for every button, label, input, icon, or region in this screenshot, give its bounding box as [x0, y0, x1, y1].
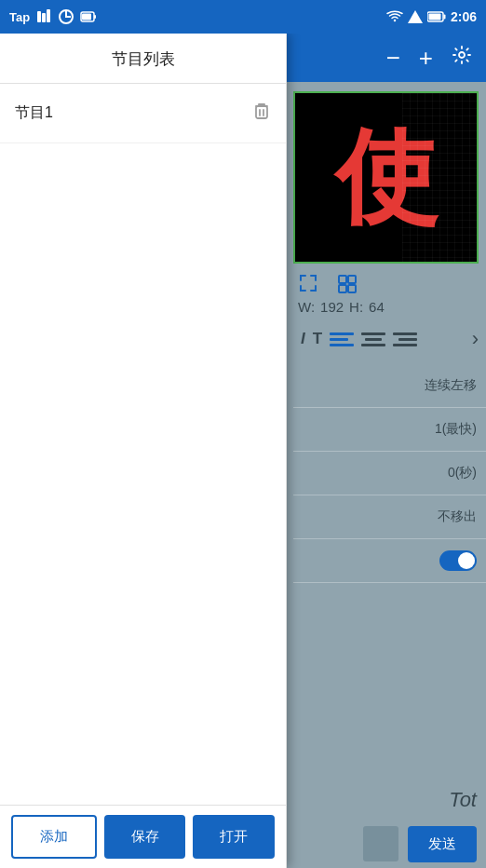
setting-item-0: 连续左移 — [293, 364, 486, 408]
w-label: W: — [298, 299, 315, 315]
svg-rect-14 — [348, 276, 356, 283]
more-tools-chevron[interactable]: › — [472, 327, 479, 351]
svg-rect-13 — [339, 276, 346, 283]
list-item: 节目1 — [0, 84, 286, 143]
setting-item-3: 不移出 — [293, 495, 486, 539]
svg-marker-7 — [408, 10, 423, 23]
setting-label-1: 1(最快) — [435, 421, 477, 438]
status-left: Tap — [9, 8, 97, 25]
svg-rect-16 — [348, 285, 356, 292]
svg-rect-0 — [37, 11, 41, 22]
setting-item-1: 1(最快) — [293, 408, 486, 452]
view-icons-row — [298, 273, 358, 298]
led-grid-overlay — [402, 93, 477, 264]
time-display: 2:06 — [451, 9, 477, 24]
list-item-label-0: 节目1 — [15, 103, 53, 123]
dimensions-row: W: 192 H: 64 — [298, 299, 385, 315]
bold-btn[interactable]: T — [313, 330, 322, 348]
panel-title: 节目列表 — [0, 34, 286, 84]
settings-button[interactable] — [452, 45, 472, 71]
svg-rect-6 — [82, 14, 91, 20]
delete-button-0[interactable] — [252, 101, 271, 126]
tot-label: Tot — [449, 788, 477, 812]
wifi-icon — [386, 10, 403, 23]
icon3 — [80, 8, 97, 25]
align-right-btn[interactable] — [393, 332, 417, 346]
plus-button[interactable]: + — [419, 44, 433, 73]
panel-content: 节目1 — [0, 84, 286, 805]
minus-button[interactable]: − — [386, 44, 400, 73]
setting-item-2: 0(秒) — [293, 452, 486, 495]
svg-point-11 — [459, 52, 465, 58]
setting-label-3: 不移出 — [438, 509, 477, 525]
svg-rect-2 — [47, 9, 50, 22]
w-value: 192 — [320, 299, 344, 315]
svg-rect-10 — [428, 14, 440, 20]
status-bar: Tap — [0, 0, 486, 34]
settings-panel: 连续左移 1(最快) 0(秒) 不移出 — [293, 364, 486, 583]
panel-footer: 添加 保存 打开 — [0, 805, 286, 868]
save-button[interactable]: 保存 — [104, 815, 186, 859]
icon2 — [58, 8, 74, 25]
status-right: 2:06 — [386, 9, 477, 24]
add-button[interactable]: 添加 — [11, 815, 97, 859]
small-square — [363, 826, 398, 861]
svg-rect-17 — [256, 106, 267, 118]
toggle-switch[interactable] — [439, 550, 477, 571]
tot-area: Tot — [293, 788, 486, 812]
italic-btn[interactable]: I — [301, 330, 305, 348]
svg-rect-9 — [443, 15, 445, 20]
main-content: − + 使 — [0, 34, 486, 868]
svg-rect-1 — [42, 13, 46, 22]
battery-icon — [427, 11, 446, 22]
expand-icon[interactable] — [298, 273, 318, 298]
send-area: 发送 — [293, 820, 486, 868]
open-button[interactable]: 打开 — [193, 815, 275, 859]
toggle-row — [293, 539, 486, 583]
app-name: Tap — [9, 10, 30, 24]
setting-label-0: 连续左移 — [425, 377, 477, 394]
setting-label-2: 0(秒) — [448, 465, 477, 481]
svg-rect-5 — [94, 15, 96, 19]
h-label: H: — [349, 299, 363, 315]
svg-rect-15 — [339, 285, 346, 292]
svg-rect-12 — [402, 93, 477, 264]
send-button[interactable]: 发送 — [408, 826, 477, 862]
align-left-btn[interactable] — [330, 332, 354, 346]
left-panel: 节目列表 节目1 添加 保存 打开 — [0, 34, 287, 868]
toggle-knob — [458, 552, 475, 569]
grid-icon[interactable] — [337, 274, 358, 298]
format-tools-row: I T › — [293, 327, 486, 351]
h-value: 64 — [369, 299, 385, 315]
signal-icon — [408, 10, 423, 23]
icon1 — [35, 8, 52, 25]
align-center-btn[interactable] — [361, 332, 385, 346]
led-display: 使 — [293, 91, 479, 264]
